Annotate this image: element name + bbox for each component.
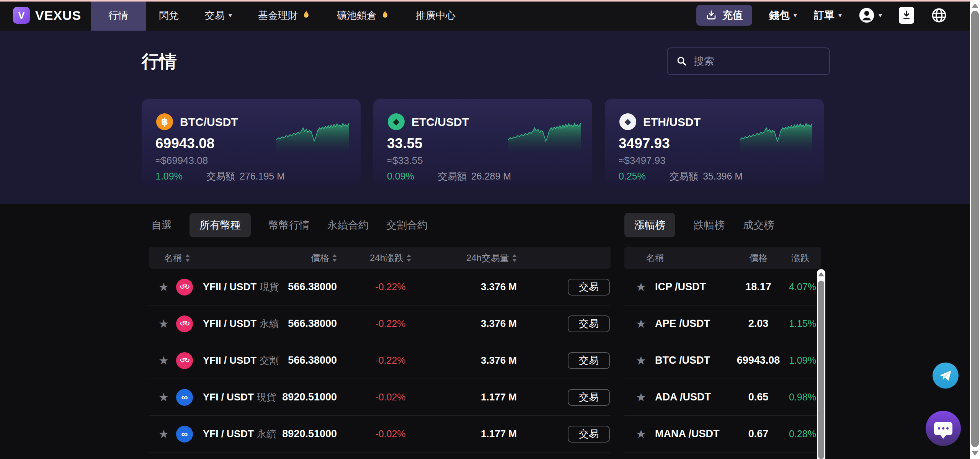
orders-menu[interactable]: 訂單 ▾ <box>814 8 842 22</box>
list-item[interactable]: ★ MANA /USDT 0.67 0.28% <box>624 416 821 452</box>
pair-label: MANA /USDT <box>655 428 728 440</box>
app-window: V VEXUS 行情 閃兌 交易 ▾ 基金理財 礦池鎖倉 推廣中心 <box>0 0 980 459</box>
header-change: 漲跌 <box>791 252 810 264</box>
yfii-coin-icon: ↺↻ <box>176 315 193 332</box>
ticker-cards: ฿ BTC/USDT 69943.08 ≈$69943.08 1.09% 交易額… <box>142 99 824 185</box>
gainers-table-header: 名稱 價格 漲跌 <box>624 247 821 269</box>
language-button[interactable] <box>931 7 947 23</box>
favorite-star-icon[interactable]: ★ <box>636 354 655 367</box>
favorite-star-icon[interactable]: ★ <box>636 427 655 441</box>
approx-usd-value: ≈$3497.93 <box>619 155 666 167</box>
approx-usd-value: ≈$69943.08 <box>155 155 208 167</box>
trade-button[interactable]: 交易 <box>568 389 610 406</box>
account-menu[interactable]: ▾ <box>859 7 882 23</box>
chevron-down-icon: ▾ <box>794 11 797 20</box>
price-value: 8920.51000 <box>282 391 337 403</box>
tab-spot-markets[interactable]: 幣幣行情 <box>268 218 310 232</box>
search-input[interactable] <box>694 56 816 67</box>
nav-item-promotion[interactable]: 推廣中心 <box>403 0 469 31</box>
app-download-button[interactable] <box>899 7 914 24</box>
change-percent: 1.09% <box>789 355 816 366</box>
favorite-star-icon[interactable]: ★ <box>158 317 176 330</box>
trade-button[interactable]: 交易 <box>568 352 610 369</box>
header-24h-volume[interactable]: 24h交易量 <box>466 252 517 264</box>
scrollbar-thumb[interactable] <box>818 281 824 459</box>
nav-item-trade[interactable]: 交易 ▾ <box>192 0 245 31</box>
wallet-menu[interactable]: 錢包 ▾ <box>769 8 797 22</box>
sparkline-chart <box>508 120 581 152</box>
favorite-star-icon[interactable]: ★ <box>636 390 655 404</box>
chevron-down-icon: ▾ <box>229 11 232 20</box>
tab-volume[interactable]: 成交榜 <box>743 218 774 232</box>
price-value: 566.38000 <box>288 318 337 330</box>
header-24h-change[interactable]: 24h漲跌 <box>370 252 411 264</box>
favorite-star-icon[interactable]: ★ <box>636 280 655 294</box>
pair-label: YFI / USDT現貨 <box>203 391 287 403</box>
trade-button[interactable]: 交易 <box>568 426 610 443</box>
chevron-down-icon: ▾ <box>879 11 882 20</box>
change-percent: 0.98% <box>789 392 816 403</box>
price-value: 0.67 <box>748 428 769 440</box>
pair-label: BTC/USDT <box>180 116 238 129</box>
chevron-down-icon: ▾ <box>838 11 842 20</box>
tab-favorites[interactable]: 自選 <box>151 218 172 232</box>
list-item[interactable]: ★ APE /USDT 2.03 1.15% <box>624 305 821 342</box>
rank-tabs: 漲幅榜 跌幅榜 成交榜 <box>624 213 774 237</box>
tab-perpetual[interactable]: 永續合約 <box>327 218 369 232</box>
ethereum-classic-icon: ◆ <box>388 113 405 130</box>
ticker-card-etc[interactable]: ◆ ETC/USDT 33.55 ≈$33.55 0.09% 交易額 26.28… <box>373 99 592 185</box>
nav-item-markets[interactable]: 行情 <box>91 0 146 31</box>
scroll-down-arrow-icon[interactable] <box>972 451 978 456</box>
change-percent: 1.09% <box>155 171 183 182</box>
change-percent: -0.22% <box>375 318 405 329</box>
search-box[interactable] <box>667 47 830 75</box>
table-row: ★ ∞ YFI / USDT現貨 8920.51000 -0.02% 1.177… <box>149 379 611 416</box>
telegram-button[interactable] <box>933 363 959 389</box>
live-chat-button[interactable] <box>926 411 961 446</box>
yfii-coin-icon: ↺↻ <box>176 279 193 296</box>
trade-button[interactable]: 交易 <box>568 315 610 332</box>
list-item[interactable]: ★ ICP /USDT 18.17 4.07% <box>624 269 821 305</box>
globe-icon <box>931 7 947 23</box>
tab-gainers[interactable]: 漲幅榜 <box>624 213 675 237</box>
page-scrollbar[interactable] <box>970 0 980 459</box>
tab-all-coins[interactable]: 所有幣種 <box>189 213 251 237</box>
ticker-card-eth[interactable]: ◆ ETH/USDT 3497.93 ≈$3497.93 0.25% 交易額 3… <box>605 99 824 185</box>
nav-item-funds[interactable]: 基金理財 <box>245 0 324 31</box>
trade-button[interactable]: 交易 <box>568 279 610 296</box>
list-item[interactable]: ★ BTC /USDT 69943.08 1.09% <box>624 342 821 379</box>
table-scrollbar[interactable] <box>817 269 825 459</box>
volume-value: 3.376 M <box>481 354 517 366</box>
favorite-star-icon[interactable]: ★ <box>636 317 655 330</box>
volume-value: 1.177 M <box>481 391 517 403</box>
scrollbar-thumb[interactable] <box>971 11 979 447</box>
tab-delivery[interactable]: 交割合約 <box>386 218 428 232</box>
favorite-star-icon[interactable]: ★ <box>158 427 176 441</box>
nav-item-swap[interactable]: 閃兌 <box>146 0 192 31</box>
pair-label: ADA /USDT <box>655 391 728 403</box>
table-row: ★ ↺↻ YFII / USDT永續 566.38000 -0.22% 3.37… <box>149 305 611 342</box>
list-item[interactable]: ★ ADA /USDT 0.65 0.98% <box>624 379 821 416</box>
nav-item-mining[interactable]: 礦池鎖倉 <box>324 0 403 31</box>
market-table: 名稱 價格 24h漲跌 24h交易量 ★ ↺↻ YFII / USDT現貨 56… <box>149 247 611 452</box>
tab-losers[interactable]: 跌幅榜 <box>694 218 725 232</box>
scroll-up-arrow-icon[interactable] <box>972 3 978 8</box>
favorite-star-icon[interactable]: ★ <box>158 280 176 294</box>
favorite-star-icon[interactable]: ★ <box>158 354 176 367</box>
pair-label: YFII / USDT現貨 <box>203 281 287 293</box>
brand-logo-icon[interactable]: V <box>13 7 30 24</box>
sort-icon <box>332 254 337 262</box>
header-price[interactable]: 價格 <box>311 252 337 264</box>
deposit-button[interactable]: 充值 <box>696 5 752 26</box>
header-name[interactable]: 名稱 <box>158 252 287 264</box>
price-value: 69943.08 <box>737 354 780 366</box>
deposit-download-icon <box>706 10 717 21</box>
approx-usd-value: ≈$33.55 <box>387 155 423 167</box>
header-price: 價格 <box>749 252 768 264</box>
ticker-card-btc[interactable]: ฿ BTC/USDT 69943.08 ≈$69943.08 1.09% 交易額… <box>142 99 361 185</box>
volume-label: 交易額 <box>670 170 698 183</box>
download-app-icon <box>899 7 914 24</box>
yfii-coin-icon: ↺↻ <box>176 352 193 369</box>
scroll-up-arrow-icon[interactable] <box>818 272 824 276</box>
favorite-star-icon[interactable]: ★ <box>158 390 176 404</box>
